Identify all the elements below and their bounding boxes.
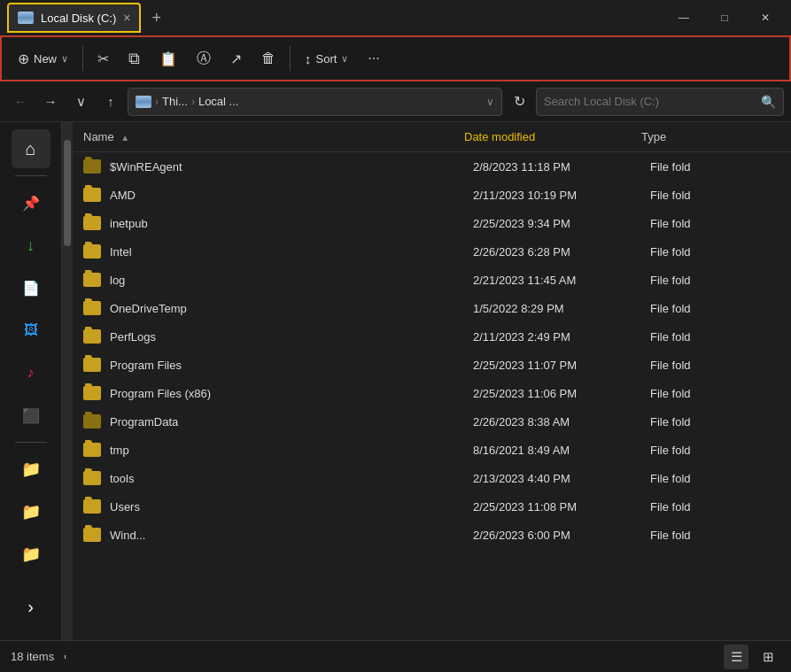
- sort-caret-icon: ∨: [341, 53, 348, 65]
- back-button[interactable]: ←: [7, 89, 34, 115]
- tiles-view-button[interactable]: ⊞: [756, 645, 780, 669]
- breadcrumb-chevron-icon: ∨: [486, 96, 494, 108]
- table-row[interactable]: $WinREAgent 2/8/2023 11:18 PM File fold: [73, 152, 791, 181]
- share-icon: ↗: [230, 50, 242, 67]
- refresh-button[interactable]: ↻: [506, 89, 532, 115]
- breadcrumb-sep-1: ›: [155, 96, 159, 108]
- sidebar-item-pin[interactable]: 📌: [12, 183, 50, 222]
- toolbar-divider-2: [290, 46, 291, 71]
- sidebar-item-images[interactable]: 🖼: [12, 311, 50, 350]
- sidebar-item-music[interactable]: ♪: [12, 353, 50, 392]
- file-type: File fold: [650, 189, 780, 202]
- sidebar-scrollbar-thumb[interactable]: [64, 140, 71, 246]
- sort-button[interactable]: ↕ Sort ∨: [296, 42, 357, 75]
- active-tab[interactable]: Local Disk (C:) ×: [7, 3, 141, 33]
- new-tab-button[interactable]: +: [146, 7, 167, 29]
- folder-icon: [83, 528, 101, 542]
- file-type: File fold: [650, 444, 780, 457]
- file-name: Program Files: [110, 359, 473, 372]
- search-bar[interactable]: 🔍: [536, 88, 784, 116]
- file-name: Users: [110, 500, 473, 514]
- close-button[interactable]: ✕: [747, 4, 784, 31]
- file-date: 2/13/2023 4:40 PM: [473, 472, 650, 485]
- table-row[interactable]: OneDriveTemp 1/5/2022 8:29 PM File fold: [73, 294, 791, 322]
- file-date: 2/26/2023 6:28 PM: [473, 245, 650, 259]
- sidebar-item-download[interactable]: ↓: [12, 226, 50, 265]
- file-type: File fold: [650, 387, 780, 400]
- table-row[interactable]: Users 2/25/2023 11:08 PM File fold: [73, 492, 791, 521]
- column-header-date[interactable]: Date modified: [464, 130, 641, 143]
- file-name: tmp: [110, 444, 473, 457]
- folder-icon: [83, 216, 101, 230]
- sidebar-item-app[interactable]: ⬛: [12, 396, 50, 435]
- column-header-type[interactable]: Type: [641, 130, 780, 143]
- file-date: 2/26/2023 8:38 AM: [473, 415, 650, 429]
- breadcrumb[interactable]: › Thi... › Local ... ∨: [128, 88, 502, 116]
- file-date: 2/11/2023 10:19 PM: [473, 189, 650, 202]
- tab-close-button[interactable]: ×: [123, 12, 130, 24]
- cut-icon: ✂: [97, 50, 109, 67]
- sidebar-item-folder2[interactable]: 📁: [12, 492, 50, 531]
- table-row[interactable]: Program Files 2/25/2023 11:07 PM File fo…: [73, 351, 791, 379]
- table-row[interactable]: ProgramData 2/26/2023 8:38 AM File fold: [73, 407, 791, 436]
- tab-folder-icon: [18, 12, 34, 24]
- copy-button[interactable]: ⧉: [120, 42, 149, 75]
- breadcrumb-part2: Local ...: [198, 95, 239, 108]
- search-input[interactable]: [544, 95, 756, 108]
- folder-icon: [83, 273, 101, 287]
- sidebar-scrollbar[interactable]: [62, 122, 73, 640]
- paste-button[interactable]: 📋: [151, 42, 186, 75]
- file-name: tools: [110, 472, 473, 485]
- file-date: 1/5/2022 8:29 PM: [473, 302, 650, 315]
- minimize-button[interactable]: —: [665, 4, 702, 31]
- rename-button[interactable]: Ⓐ: [188, 42, 220, 75]
- sidebar-item-docs[interactable]: 📄: [12, 268, 50, 307]
- tab-title: Local Disk (C:): [41, 12, 116, 25]
- sidebar-bottom: ›: [12, 587, 50, 633]
- sidebar-item-folder3[interactable]: 📁: [12, 535, 50, 574]
- sidebar-item-expand[interactable]: ›: [12, 587, 50, 626]
- file-type: File fold: [650, 330, 780, 344]
- up-button[interactable]: ↑: [97, 89, 124, 115]
- table-row[interactable]: Intel 2/26/2023 6:28 PM File fold: [73, 237, 791, 266]
- tab-area: Local Disk (C:) × +: [7, 3, 665, 33]
- home-icon: ⌂: [25, 139, 35, 159]
- maximize-button[interactable]: □: [706, 4, 743, 31]
- sidebar: ⌂ 📌 ↓ 📄 🖼 ♪ ⬛ 📁 📁 📁: [0, 122, 62, 640]
- share-button[interactable]: ↗: [221, 42, 251, 75]
- table-row[interactable]: tools 2/13/2023 4:40 PM File fold: [73, 464, 791, 492]
- delete-icon: 🗑: [261, 50, 275, 66]
- file-type: File fold: [650, 415, 780, 429]
- file-date: 2/25/2023 11:07 PM: [473, 359, 650, 372]
- forward-button[interactable]: →: [37, 89, 64, 115]
- folder2-icon: 📁: [21, 502, 41, 521]
- table-row[interactable]: log 2/21/2023 11:45 AM File fold: [73, 266, 791, 294]
- sidebar-item-home[interactable]: ⌂: [12, 129, 50, 168]
- table-row[interactable]: PerfLogs 2/11/2023 2:49 PM File fold: [73, 322, 791, 351]
- table-row[interactable]: tmp 8/16/2021 8:49 AM File fold: [73, 436, 791, 464]
- table-row[interactable]: Program Files (x86) 2/25/2023 11:06 PM F…: [73, 379, 791, 407]
- table-row[interactable]: inetpub 2/25/2023 9:34 PM File fold: [73, 209, 791, 237]
- column-header-name[interactable]: Name ▲: [83, 130, 464, 143]
- expand-history-button[interactable]: ∨: [67, 89, 94, 115]
- file-name: Intel: [110, 245, 473, 259]
- file-type: File fold: [650, 217, 780, 230]
- new-button[interactable]: ⊕ New ∨: [9, 42, 77, 75]
- sidebar-item-folder1[interactable]: 📁: [12, 450, 50, 489]
- details-view-button[interactable]: ☰: [724, 645, 748, 669]
- file-name: log: [110, 274, 473, 287]
- more-options-button[interactable]: ···: [359, 42, 388, 75]
- doc-icon: 📄: [22, 280, 40, 297]
- rename-icon: Ⓐ: [197, 50, 211, 68]
- folder-icon: [83, 301, 101, 315]
- folder-icon: [83, 499, 101, 514]
- sort-label: Sort: [316, 52, 337, 66]
- folder-icon: [83, 188, 101, 202]
- delete-button[interactable]: 🗑: [252, 42, 284, 75]
- up-icon: ↑: [107, 94, 114, 109]
- table-row[interactable]: AMD 2/11/2023 10:19 PM File fold: [73, 181, 791, 209]
- new-label: New: [34, 52, 57, 66]
- table-row[interactable]: Wind... 2/26/2023 6:00 PM File fold: [73, 521, 791, 549]
- cut-button[interactable]: ✂: [89, 42, 118, 75]
- file-name: Program Files (x86): [110, 387, 473, 400]
